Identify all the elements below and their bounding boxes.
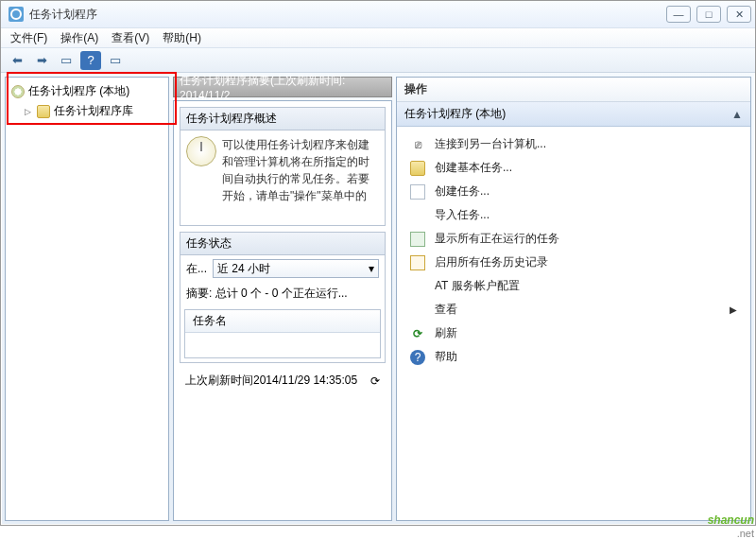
menubar: 文件(F) 操作(A) 查看(V) 帮助(H)	[1, 27, 755, 48]
action-show-running-label: 显示所有正在运行的任务	[435, 231, 559, 247]
task-list-header[interactable]: 任务名	[185, 310, 380, 333]
action-create-task[interactable]: 创建任务...	[397, 180, 750, 203]
toolbar: ⬅ ➡ ▭ ? ▭	[1, 48, 755, 73]
scheduler-icon	[9, 7, 24, 22]
action-import[interactable]: 导入任务...	[397, 203, 750, 227]
create-basic-icon	[410, 161, 425, 176]
status-select-value: 近 24 小时	[217, 261, 270, 277]
actions-panel: 操作 任务计划程序 (本地) ▲ ⎚ 连接到另一台计算机... 创建基本任务..…	[396, 77, 751, 521]
connect-icon: ⎚	[410, 137, 425, 152]
task-list: 任务名	[184, 309, 381, 358]
action-at-service-label: AT 服务帐户配置	[435, 278, 520, 294]
window-title: 任务计划程序	[29, 7, 97, 23]
action-enable-history[interactable]: 启用所有任务历史记录	[397, 251, 750, 274]
action-enable-history-label: 启用所有任务历史记录	[435, 254, 548, 270]
tree-panel: 任务计划程序 (本地) ▷ 任务计划程序库	[5, 77, 169, 521]
action-create-basic-label: 创建基本任务...	[435, 160, 512, 176]
submenu-arrow-icon: ▶	[730, 304, 737, 315]
import-icon	[410, 208, 425, 223]
status-row: 在... 近 24 小时 ▾	[180, 255, 385, 282]
overview-text: 可以使用任务计划程序来创建和管理计算机将在所指定的时间自动执行的常见任务。若要开…	[222, 136, 379, 219]
close-button[interactable]: ✕	[727, 6, 751, 23]
watermark-brand: shancun	[708, 513, 754, 527]
watermark: shancun .net	[708, 511, 754, 539]
maximize-button[interactable]: □	[696, 6, 721, 23]
action-list: ⎚ 连接到另一台计算机... 创建基本任务... 创建任务... 导入任务...	[397, 127, 750, 520]
refresh-icon[interactable]: ⟳	[370, 374, 380, 388]
back-button[interactable]: ⬅	[7, 51, 27, 70]
action-refresh-label: 刷新	[435, 325, 457, 341]
view-icon	[410, 303, 425, 318]
last-refresh-text: 上次刷新时间2014/11/29 14:35:05	[185, 373, 357, 389]
last-refresh-row: 上次刷新时间2014/11/29 14:35:05 ⟳	[180, 369, 386, 392]
middle-body: 任务计划程序概述 可以使用任务计划程序来创建和管理计算机将在所指定的时间自动执行…	[173, 100, 392, 521]
toolbar-btn-1[interactable]: ▭	[56, 51, 77, 70]
help-icon[interactable]: ?	[80, 51, 101, 70]
chevron-down-icon: ▾	[369, 262, 374, 275]
action-show-running[interactable]: 显示所有正在运行的任务	[397, 227, 750, 251]
action-view[interactable]: 查看 ▶	[397, 298, 750, 322]
actions-title: 操作	[397, 78, 750, 102]
content-area: 任务计划程序 (本地) ▷ 任务计划程序库 任务计划程序摘要(上次刷新时间: 2…	[1, 73, 755, 525]
action-help[interactable]: ? 帮助	[397, 345, 750, 369]
window-controls: — □ ✕	[666, 6, 751, 23]
middle-panel: 任务计划程序摘要(上次刷新时间: 2014/11/2 任务计划程序概述 可以使用…	[173, 77, 392, 521]
watermark-domain: .net	[708, 528, 754, 539]
actions-subtitle-label: 任务计划程序 (本地)	[404, 106, 506, 122]
action-at-service[interactable]: AT 服务帐户配置	[397, 274, 750, 298]
action-help-label: 帮助	[435, 349, 457, 365]
create-task-icon	[410, 184, 425, 200]
expand-icon[interactable]: ▷	[25, 107, 33, 116]
refresh-action-icon: ⟳	[410, 326, 425, 341]
summary-header: 任务计划程序摘要(上次刷新时间: 2014/11/2	[173, 77, 392, 97]
overview-section: 任务计划程序概述 可以使用任务计划程序来创建和管理计算机将在所指定的时间自动执行…	[180, 107, 386, 226]
clock-icon	[11, 85, 25, 98]
action-connect[interactable]: ⎚ 连接到另一台计算机...	[397, 132, 750, 156]
status-label: 在...	[186, 261, 207, 277]
history-icon	[410, 255, 425, 270]
tree-root-label: 任务计划程序 (本地)	[28, 83, 129, 99]
menu-file[interactable]: 文件(F)	[10, 30, 47, 46]
collapse-icon: ▲	[731, 108, 743, 121]
folder-icon	[37, 105, 50, 118]
tree-library[interactable]: ▷ 任务计划程序库	[9, 101, 164, 121]
status-title: 任务状态	[180, 233, 385, 255]
overview-title: 任务计划程序概述	[180, 108, 385, 130]
at-service-icon	[410, 279, 425, 294]
action-import-label: 导入任务...	[435, 207, 490, 223]
action-connect-label: 连接到另一台计算机...	[435, 136, 546, 152]
help-action-icon: ?	[410, 350, 425, 365]
minimize-button[interactable]: —	[666, 6, 691, 23]
menu-view[interactable]: 查看(V)	[112, 30, 149, 46]
show-running-icon	[410, 232, 425, 247]
status-select[interactable]: 近 24 小时 ▾	[213, 259, 379, 278]
toolbar-btn-2[interactable]: ▭	[105, 51, 126, 70]
overview-clock-icon	[186, 136, 216, 166]
tree-root[interactable]: 任务计划程序 (本地)	[9, 81, 164, 101]
action-create-task-label: 创建任务...	[435, 183, 490, 200]
tree-library-label: 任务计划程序库	[54, 103, 133, 119]
window-frame: 任务计划程序 — □ ✕ 文件(F) 操作(A) 查看(V) 帮助(H) ⬅ ➡…	[0, 0, 756, 526]
menu-help[interactable]: 帮助(H)	[163, 30, 201, 46]
forward-button[interactable]: ➡	[31, 51, 52, 70]
status-section: 任务状态 在... 近 24 小时 ▾ 摘要: 总计 0 个 - 0 个正在运行…	[180, 232, 386, 363]
titlebar: 任务计划程序 — □ ✕	[1, 1, 755, 27]
status-summary: 摘要: 总计 0 个 - 0 个正在运行...	[180, 282, 385, 305]
action-refresh[interactable]: ⟳ 刷新	[397, 322, 750, 345]
overview-body: 可以使用任务计划程序来创建和管理计算机将在所指定的时间自动执行的常见任务。若要开…	[180, 130, 385, 225]
actions-subtitle[interactable]: 任务计划程序 (本地) ▲	[397, 102, 750, 127]
menu-action[interactable]: 操作(A)	[60, 30, 98, 46]
action-view-label: 查看	[435, 302, 457, 318]
action-create-basic[interactable]: 创建基本任务...	[397, 156, 750, 180]
